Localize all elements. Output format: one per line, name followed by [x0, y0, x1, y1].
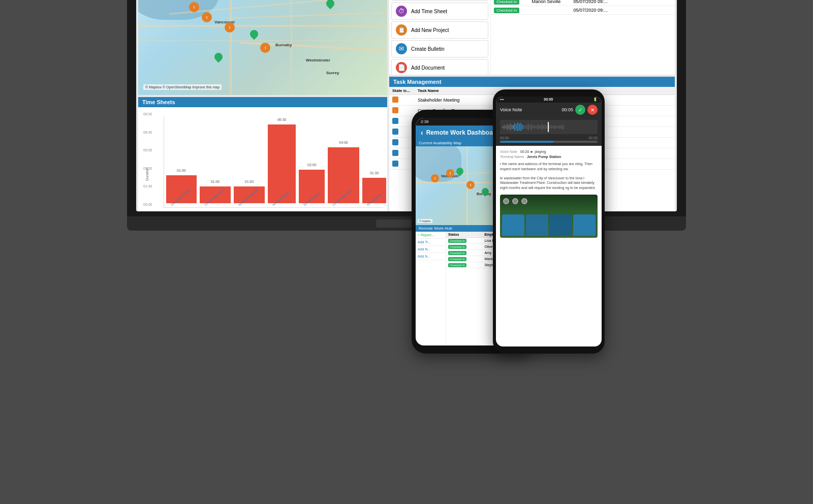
bar-6: 04:00 City of Vancouver ... — [328, 147, 359, 207]
bar-1-value: 01:40 — [177, 169, 186, 172]
add-project-btn[interactable]: 📋 Add New Project — [391, 21, 488, 39]
phone-report-btn[interactable]: + Report... — [416, 232, 446, 239]
voice-progress-bar[interactable] — [500, 141, 598, 143]
phone-back-btn[interactable]: ‹ — [421, 129, 423, 137]
y-axis-ticks: 00:00 01:40 03:20 05:00 06:40 08:20 — [143, 112, 152, 206]
bar-1: 01:40 Great North Distri... — [166, 175, 197, 207]
employee-4: Marion Seville — [529, 0, 571, 6]
map-pin-orange-1: ! — [202, 12, 212, 22]
bar-3-value: 01:00 — [245, 180, 254, 183]
voice-note-header: Voice Note 00:05 ✓ ✕ — [496, 103, 602, 117]
bar-6-value: 04:00 — [339, 141, 348, 144]
voice-waveform-section: 00:00 00:20 — [496, 117, 602, 146]
phone-status-bar-right: ▪▪▪ 00:05 🔋 — [496, 97, 602, 103]
add-timesheet-icon: ⏱ — [396, 6, 407, 17]
add-project-label: Add New Project — [411, 27, 449, 33]
map-pin-orange-3: ! — [225, 22, 235, 33]
voice-close-btn[interactable]: ✕ — [587, 105, 598, 115]
phone-right-screen: ▪▪▪ 00:05 🔋 Voice Note 00:05 ✓ ✕ — [496, 97, 602, 346]
task-icon-orange — [392, 97, 398, 103]
rwh-table: Status ⇅ Employee Last Modified Anticipa… — [491, 0, 675, 75]
bar-5-value: 02:00 — [307, 163, 317, 167]
phone-add-n-btn-1[interactable]: Add N... — [416, 246, 446, 253]
terminal-name-value: Jervis Pump Station — [527, 155, 561, 159]
create-bulletin-btn[interactable]: ✉ Create Bulletin — [391, 40, 488, 57]
bar-4: 06:30 Northern Water ... — [268, 124, 296, 207]
bar-7-value: 01:30 — [370, 171, 379, 175]
map-label-surrey: Surrey — [326, 71, 339, 75]
bar-7: 01:30 PEG Environ... — [362, 178, 387, 207]
bar-2-value: 01:00 — [211, 180, 220, 183]
timesheets-title: Time Sheets — [142, 99, 175, 105]
phone-pin-orange-1: ! — [431, 174, 439, 182]
map-pin-orange-2: ! — [189, 2, 199, 12]
add-task-btn[interactable]: + Add New Task — [391, 0, 488, 1]
add-project-icon: 📋 — [396, 24, 407, 36]
add-document-icon: 📄 — [396, 62, 407, 73]
chart-bars: 01:40 Great North Distri... 01:00 — [164, 116, 383, 208]
phone-hub-buttons: + Report... Add Ti... Add N... Add N... — [416, 232, 446, 345]
phone-add-time-btn[interactable]: Add Ti... — [416, 239, 446, 246]
phone-add-n-btn-2[interactable]: Add N... — [416, 253, 446, 260]
map-pin-orange-4: ! — [260, 43, 270, 53]
voice-note-field-label: Voice Note — [500, 150, 517, 153]
voice-note-description: r the name and address of the terminal y… — [500, 162, 598, 172]
create-bulletin-icon: ✉ — [396, 43, 407, 54]
add-document-label: Add Document — [411, 65, 445, 71]
modified-4: 05/07/2020 09:... — [570, 0, 618, 6]
add-timesheet-label: Add Time Sheet — [411, 9, 447, 14]
anticipated-5 — [618, 6, 675, 15]
table-row: Checked In Marion Seville 05/07/2020 09:… — [491, 0, 675, 6]
task-icon-blue — [392, 139, 398, 145]
pump-station-image — [500, 195, 598, 238]
employee-5 — [529, 6, 571, 15]
col-state-icon: State ic... — [389, 87, 415, 95]
voice-note-field: Voice Note 00:20 ► playing Terminal Name… — [500, 150, 598, 159]
task-panel-header: Task Management — [389, 77, 675, 87]
bar-4-value: 06:30 — [277, 118, 287, 121]
map-container[interactable]: Vancouver Burnaby Westminster Surrey — [138, 0, 387, 95]
rwh-actions: + Report Current Status + Add New Task — [389, 0, 491, 75]
voice-note-body: Voice Note 00:20 ► playing Terminal Name… — [496, 146, 602, 346]
map-label-burnaby: Burnaby — [275, 43, 292, 47]
phone-pin-orange-2: ! — [446, 169, 454, 177]
task-icon-orange — [392, 107, 398, 113]
phone-title-left: Remote Work Dashboard — [426, 129, 499, 136]
voice-note-label: Voice Note — [500, 107, 522, 112]
status-badge-5: Checked In — [494, 8, 519, 13]
voice-note-description2: le wastewater from the City of Vancouver… — [500, 176, 598, 191]
phone-time-left: 2:39 — [421, 119, 429, 124]
timesheets-header: Time Sheets — [138, 97, 387, 107]
bar-2: 01:00 City of Vancouver ... — [200, 186, 231, 207]
map-pin-green-3 — [213, 51, 225, 63]
task-icon-blue — [392, 150, 398, 156]
table-row: Checked In 05/07/2020 09:... — [491, 6, 675, 15]
voice-timeline: 00:00 00:20 — [500, 136, 598, 140]
map-pin-green-1 — [325, 0, 336, 9]
waveform-display — [500, 120, 598, 134]
terminal-name-label: Terminal Name — [500, 155, 524, 159]
task-icon-blue — [392, 161, 398, 167]
task-title: Task Management — [393, 79, 442, 85]
map-pin-green-2 — [248, 28, 260, 40]
bar-5: 02:00 Sunview Wast... — [299, 170, 325, 207]
phone-col-status: Status — [446, 232, 482, 238]
map-label-westminster: Westminster — [306, 58, 330, 62]
phone-right: ▪▪▪ 00:05 🔋 Voice Note 00:05 ✓ ✕ — [493, 89, 605, 354]
phone-pin-orange-3: ! — [466, 181, 475, 189]
voice-note-field-value: 00:20 ► playing — [520, 150, 546, 153]
phone-mapbox-credit: © mapbox — [418, 219, 432, 223]
create-bulletin-label: Create Bulletin — [411, 46, 445, 52]
bar-3: 01:00 Northern Pulp Mill... — [234, 186, 265, 207]
add-document-btn[interactable]: 📄 Add Document — [391, 59, 488, 75]
voice-duration: 00:05 — [561, 107, 573, 112]
task-icon-blue — [392, 129, 398, 135]
status-badge-4: Checked In — [494, 0, 519, 5]
voice-check-btn[interactable]: ✓ — [575, 105, 585, 115]
map-attribution: © Mapbox © OpenStreetMap Improve this ma… — [143, 84, 222, 90]
add-timesheet-btn[interactable]: ⏱ Add Time Sheet — [391, 3, 488, 20]
task-icon-blue — [392, 118, 398, 124]
anticipated-4 — [618, 0, 675, 6]
playhead — [548, 122, 549, 132]
phone-right-time: 00:05 — [544, 98, 553, 102]
